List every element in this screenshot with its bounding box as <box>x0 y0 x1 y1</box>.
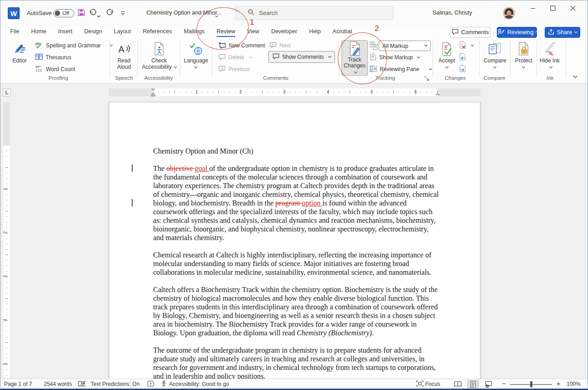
reviewing-person-icon <box>497 29 505 36</box>
tab-label: View <box>247 28 259 36</box>
previous-change-icon <box>459 53 466 62</box>
tab-selector[interactable]: L <box>3 88 11 97</box>
tab-help[interactable]: Help <box>303 26 327 38</box>
hide-ink-button[interactable]: Hide Ink <box>539 40 560 76</box>
previous-comment-icon <box>218 65 226 73</box>
word-count-indicator[interactable]: 2544 words <box>44 381 72 387</box>
editor-button[interactable]: Editor <box>8 40 31 76</box>
zoom-out-icon[interactable]: − <box>502 380 506 387</box>
share-button[interactable]: Share <box>545 27 580 38</box>
autosave-toggle[interactable]: Off <box>53 9 74 17</box>
next-comment-button[interactable]: Next <box>269 41 291 51</box>
next-change-icon <box>459 65 466 74</box>
compare-button[interactable]: Compare <box>483 40 507 76</box>
protect-button[interactable]: Protect <box>513 40 535 76</box>
accept-button[interactable]: Accept <box>434 40 459 76</box>
vertical-ruler[interactable]: 12345 <box>3 102 10 375</box>
read-aloud-button[interactable]: A Read Aloud <box>113 40 135 76</box>
dialog-launcher-icon[interactable] <box>424 75 429 83</box>
all-markup-dropdown[interactable]: All Markup <box>379 41 431 51</box>
tab-layout[interactable]: Layout <box>108 26 137 38</box>
document-paragraph[interactable]: Chemical research at Caltech is highly i… <box>153 251 439 277</box>
document-page[interactable]: Chemistry Option and Minor (Ch) The obje… <box>109 102 480 379</box>
search-input[interactable] <box>259 10 377 16</box>
collapse-ribbon-icon[interactable] <box>572 73 578 81</box>
text-run: Chemical research at Caltech is highly i… <box>153 251 431 276</box>
maximize-button[interactable] <box>543 0 563 16</box>
delete-comment-button[interactable]: Delete <box>218 52 252 62</box>
spellcheck-status-icon[interactable] <box>78 380 86 389</box>
focus-icon[interactable] <box>416 380 423 388</box>
delete-comment-icon <box>218 53 226 62</box>
tab-home[interactable]: Home <box>25 26 52 38</box>
close-icon <box>571 6 575 10</box>
word-count-button[interactable]: 123 Word Count <box>35 64 75 74</box>
show-comments-button[interactable]: Show Comments <box>268 51 335 63</box>
next-change-button[interactable] <box>459 64 466 74</box>
undo-dropdown-icon[interactable] <box>98 11 100 20</box>
search-box[interactable] <box>235 6 393 20</box>
tab-references[interactable]: References <box>137 26 178 38</box>
document-body[interactable]: Chemistry Option and Minor (Ch) The obje… <box>153 147 439 379</box>
document-paragraph[interactable]: The outcome of the undergraduate program… <box>153 346 439 379</box>
horizontal-ruler[interactable]: 123456 <box>109 88 480 96</box>
web-layout-button[interactable] <box>483 380 495 389</box>
ruler-number: 1 <box>196 89 198 94</box>
print-layout-button[interactable] <box>467 380 479 389</box>
left-indent-marker[interactable] <box>151 95 155 97</box>
tab-label: Home <box>31 28 46 36</box>
share-icon <box>548 29 554 36</box>
right-indent-marker[interactable] <box>435 92 440 95</box>
zoom-slider[interactable] <box>510 384 552 385</box>
document-paragraph[interactable]: Caltech offers a Biochemistry Track with… <box>153 285 439 337</box>
tab-developer[interactable]: Developer <box>265 26 303 38</box>
reviewing-pane-dropdown-icon <box>429 67 432 70</box>
zoom-in-icon[interactable]: + <box>557 380 561 387</box>
previous-change-button[interactable] <box>459 52 466 62</box>
document-heading[interactable]: Chemistry Option and Minor (Ch) <box>153 147 439 155</box>
page-indicator[interactable]: Page 1 of 7 <box>4 381 32 387</box>
previous-comment-button[interactable]: Previous <box>218 64 250 74</box>
avatar[interactable] <box>503 7 515 21</box>
customize-qat-icon[interactable] <box>120 10 126 18</box>
undo-icon[interactable] <box>89 9 97 18</box>
focus-label[interactable]: Focus <box>425 381 440 387</box>
ruler-number: 5 <box>3 363 8 365</box>
thesaurus-button[interactable]: Thesaurus <box>35 52 72 62</box>
word-logo-icon[interactable]: W <box>8 7 20 21</box>
read-mode-button[interactable] <box>452 380 464 389</box>
tab-design[interactable]: Design <box>78 26 108 38</box>
minimize-button[interactable] <box>523 0 543 16</box>
check-accessibility-button[interactable]: Check Accessibility <box>140 40 178 76</box>
reject-icon <box>459 41 466 50</box>
accessibility-status-icon[interactable] <box>161 380 167 389</box>
compare-label: Compare <box>484 57 506 64</box>
accessibility-indicator[interactable]: Accessibility: Good to go <box>169 381 229 387</box>
vertical-ruler-scale: 12345 <box>3 146 10 378</box>
proofing-group-label: Proofing <box>8 75 109 81</box>
group-separator <box>510 41 511 77</box>
document-paragraph[interactable]: The objective goal of the undergraduate … <box>153 164 439 242</box>
comments-button[interactable]: Comments <box>450 27 490 38</box>
tab-file[interactable]: File <box>4 26 25 38</box>
reviewing-button-label: Reviewing <box>507 29 534 36</box>
language-button[interactable]: Language <box>183 40 209 76</box>
first-line-indent-marker[interactable] <box>151 88 155 91</box>
close-button[interactable] <box>563 0 583 16</box>
zoom-level[interactable]: 100% <box>567 381 581 387</box>
reviewing-button[interactable]: Reviewing <box>497 27 537 38</box>
zoom-slider-thumb[interactable] <box>530 381 532 387</box>
save-icon[interactable] <box>77 9 85 18</box>
text-predictions-indicator[interactable]: Text Predictions: On <box>91 381 139 387</box>
accessibility-group-label: Accessibility <box>139 75 178 81</box>
reject-button[interactable] <box>459 41 474 51</box>
protect-label: Protect <box>515 57 532 64</box>
tab-insert[interactable]: Insert <box>52 26 78 38</box>
text-predictions-icon[interactable] <box>147 380 154 388</box>
spelling-grammar-button[interactable]: abc Spelling and Grammar <box>35 41 112 51</box>
compare-dropdown-icon <box>493 65 496 68</box>
redo-icon[interactable] <box>106 9 114 18</box>
tracked-insertion: goal <box>195 164 210 172</box>
text-run: Chemistry (Biochemistry) <box>297 329 372 337</box>
user-name[interactable]: Salinas, Christy <box>433 10 472 16</box>
